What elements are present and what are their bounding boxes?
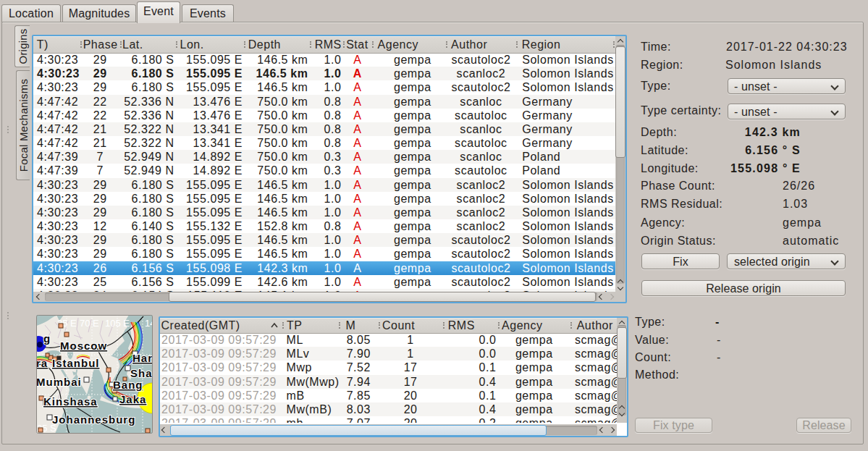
svg-text:Bang: Bang xyxy=(113,379,143,391)
svg-text:ra: ra xyxy=(36,357,48,369)
svg-text:Kinshasa: Kinshasa xyxy=(43,395,98,408)
svg-text:Shan: Shan xyxy=(130,367,153,379)
svg-text:Istanbul: Istanbul xyxy=(52,357,100,369)
svg-text:70 E: 70 E xyxy=(80,318,99,329)
svg-text:14: 14 xyxy=(145,318,153,329)
svg-text:Mumbai: Mumbai xyxy=(36,376,82,388)
svg-text:Moscow: Moscow xyxy=(60,340,107,352)
svg-text:Johannesburg: Johannesburg xyxy=(52,413,135,426)
svg-text:Har: Har xyxy=(132,352,153,364)
svg-text:105 E: 105 E xyxy=(105,318,130,329)
svg-text:g: g xyxy=(43,332,51,345)
svg-text:Jaka: Jaka xyxy=(119,393,146,405)
